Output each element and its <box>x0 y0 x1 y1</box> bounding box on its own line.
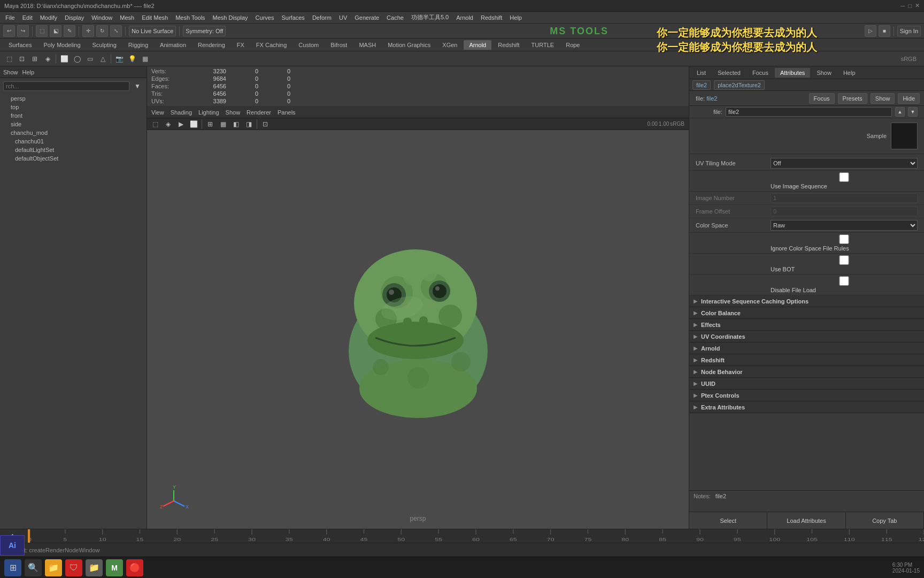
toolbar-move[interactable]: ✛ <box>82 25 94 37</box>
menu-window[interactable]: Window <box>88 13 116 22</box>
taskbar-maya-btn[interactable]: M <box>106 559 123 576</box>
minimize-btn[interactable]: ─ <box>901 3 905 9</box>
tab-motion-graphics[interactable]: Motion Graphics <box>382 40 436 50</box>
vp-icon-3[interactable]: ▶ <box>175 118 187 130</box>
icon-select-hier[interactable]: ⊡ <box>16 53 28 65</box>
viewport-menu-renderer[interactable]: Renderer <box>244 109 273 116</box>
tab-rigging[interactable]: Rigging <box>123 40 153 50</box>
select-btn[interactable]: Select <box>689 512 767 529</box>
file-up-btn[interactable]: ▲ <box>895 107 905 117</box>
vp-icon-wire[interactable]: ▦ <box>217 118 229 130</box>
section-interactive-seq[interactable]: ▶ Interactive Sequence Caching Options <box>689 295 924 307</box>
search-input[interactable] <box>3 81 129 91</box>
tab-fx-caching[interactable]: FX Caching <box>251 40 292 50</box>
tab-fx[interactable]: FX <box>232 40 250 50</box>
close-btn[interactable]: ✕ <box>915 2 920 9</box>
tab-arnold[interactable]: Arnold <box>464 40 491 50</box>
menu-uv[interactable]: UV <box>336 13 350 22</box>
tree-item-chanchu-mod[interactable]: chanchu_mod <box>0 128 147 137</box>
uv-tiling-select[interactable]: Off UDIM (Mari) UVTILE (Mudbox) <box>771 158 918 169</box>
icon-render[interactable]: ▦ <box>139 53 151 65</box>
use-bot-checkbox[interactable] <box>771 255 918 265</box>
taskbar-folder-btn[interactable]: 📁 <box>45 559 62 576</box>
menu-custom-tools[interactable]: 功德半工具5.0 <box>408 12 452 22</box>
icon-sphere[interactable]: ◯ <box>71 53 83 65</box>
section-node-behavior[interactable]: ▶ Node Behavior <box>689 366 924 378</box>
rptab-show[interactable]: Show <box>811 68 837 78</box>
toolbar-btn-1[interactable]: ↩ <box>3 25 15 37</box>
presets-btn[interactable]: Presets <box>838 93 867 104</box>
tab-custom[interactable]: Custom <box>293 40 324 50</box>
vp-icon-1[interactable]: ⬚ <box>149 118 161 130</box>
tab-bifrost[interactable]: Bifrost <box>325 40 352 50</box>
sample-swatch[interactable] <box>891 123 918 149</box>
section-uv-coords[interactable]: ▶ UV Coordinates <box>689 331 924 343</box>
viewport-menu-lighting[interactable]: Lighting <box>196 109 221 116</box>
section-redshift[interactable]: ▶ Redshift <box>689 354 924 366</box>
icon-cyl[interactable]: ▭ <box>84 53 96 65</box>
section-color-balance[interactable]: ▶ Color Balance <box>689 307 924 319</box>
icon-select-paint[interactable]: ◈ <box>42 53 53 65</box>
show-btn[interactable]: Show <box>3 69 18 75</box>
icon-select-comp[interactable]: ⊞ <box>29 53 41 65</box>
viewport-menu-shading[interactable]: Shading <box>168 109 194 116</box>
vp-icon-4[interactable]: ⬜ <box>188 118 199 130</box>
tab-animation[interactable]: Animation <box>155 40 191 50</box>
section-uuid[interactable]: ▶ UUID <box>689 378 924 390</box>
menu-curves[interactable]: Curves <box>252 13 278 22</box>
disable-file-checkbox[interactable] <box>771 276 918 286</box>
menu-help[interactable]: Help <box>506 13 525 22</box>
menu-mesh-tools[interactable]: Mesh Tools <box>172 13 208 22</box>
tab-surfaces[interactable]: Surfaces <box>3 40 37 50</box>
section-ptex[interactable]: ▶ Ptex Controls <box>689 390 924 401</box>
rptab-help[interactable]: Help <box>838 68 861 78</box>
tab-rope[interactable]: Rope <box>560 40 585 50</box>
taskbar-search-btn[interactable]: 🔍 <box>25 559 42 576</box>
menu-display[interactable]: Display <box>61 13 87 22</box>
menu-edit[interactable]: Edit <box>19 13 36 22</box>
hide-btn-rp[interactable]: Hide <box>898 93 920 104</box>
rptab-list[interactable]: List <box>691 68 711 78</box>
toolbar-select[interactable]: ⬚ <box>36 25 48 37</box>
taskbar-folder2-btn[interactable]: 📁 <box>86 559 103 576</box>
vp-icon-grid[interactable]: ⊞ <box>204 118 216 130</box>
viewport-menu-panels[interactable]: Panels <box>275 109 298 116</box>
tab-redshift[interactable]: Redshift <box>492 40 525 50</box>
tree-item-default-object-set[interactable]: defaultObjectSet <box>0 154 147 163</box>
section-effects[interactable]: ▶ Effects <box>689 319 924 331</box>
vp-icon-texture[interactable]: ◨ <box>243 118 255 130</box>
ignore-cs-checkbox[interactable] <box>771 234 918 244</box>
vp-icon-shade[interactable]: ◧ <box>230 118 242 130</box>
tab-rendering[interactable]: Rendering <box>192 40 230 50</box>
icon-select-obj[interactable]: ⬚ <box>3 53 15 65</box>
rptab-selected[interactable]: Selected <box>712 68 746 78</box>
no-live-surface-label[interactable]: No Live Surface <box>129 26 176 36</box>
menu-modify[interactable]: Modify <box>37 13 60 22</box>
tree-item-chanchu01[interactable]: chanchu01 <box>0 137 147 146</box>
copy-tab-btn[interactable]: Copy Tab <box>846 512 924 529</box>
play-btn[interactable]: ▷ <box>865 25 876 37</box>
tab-xgen[interactable]: XGen <box>437 40 463 50</box>
section-extra-attr[interactable]: ▶ Extra Attributes <box>689 401 924 413</box>
rptab-focus[interactable]: Focus <box>747 68 774 78</box>
tab-turtle[interactable]: TURTLE <box>526 40 560 50</box>
menu-deform[interactable]: Deform <box>309 13 335 22</box>
file-down-btn[interactable]: ▼ <box>908 107 918 117</box>
taskbar-red-btn[interactable]: 🔴 <box>126 559 143 576</box>
color-space-select[interactable]: Raw sRGB Linear <box>771 220 918 231</box>
load-attributes-btn[interactable]: Load Attributes <box>767 512 845 529</box>
tree-item-top[interactable]: top <box>0 103 147 111</box>
menu-file[interactable]: File <box>2 13 18 22</box>
icon-camera[interactable]: 📷 <box>113 53 125 65</box>
maximize-btn[interactable]: □ <box>908 3 912 9</box>
stop-btn[interactable]: ■ <box>879 25 890 37</box>
breadcrumb-node-place2d[interactable]: place2dTexture2 <box>714 80 765 90</box>
vp-icon-cam[interactable]: ⊡ <box>259 118 271 130</box>
3d-viewport[interactable]: persp X Y Z <box>147 130 689 529</box>
rptab-attributes[interactable]: Attributes <box>775 68 810 78</box>
menu-arnold[interactable]: Arnold <box>453 13 476 22</box>
menu-surfaces[interactable]: Surfaces <box>278 13 307 22</box>
toolbar-rotate[interactable]: ↻ <box>96 25 108 37</box>
menu-edit-mesh[interactable]: Edit Mesh <box>138 13 171 22</box>
menu-cache[interactable]: Cache <box>383 13 407 22</box>
